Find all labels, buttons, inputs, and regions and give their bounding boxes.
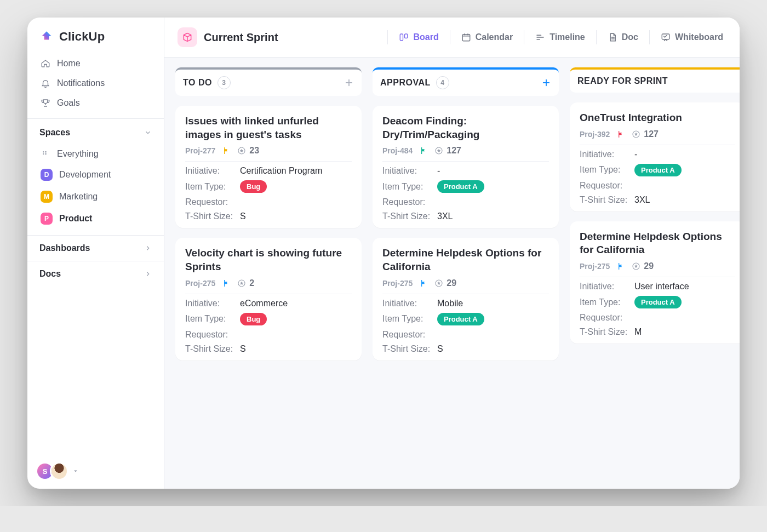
view-tab-calendar[interactable]: Calendar: [458, 28, 516, 47]
task-card[interactable]: Issues with linked unfurled images in gu…: [175, 106, 362, 228]
field-label: T-Shirt Size:: [382, 344, 437, 354]
nav-dashboards[interactable]: Dashboards: [27, 235, 164, 261]
field-label: Item Type:: [580, 298, 634, 307]
clickup-logo-icon: [39, 30, 54, 44]
column-header: APPROVAL4: [373, 67, 559, 96]
field-tshirt: S: [437, 344, 549, 354]
field-tshirt: S: [240, 344, 352, 354]
svg-point-0: [43, 151, 44, 152]
card-fields: Initiative:MobileItem Type:Product ARequ…: [382, 299, 549, 354]
task-card[interactable]: Velocity chart is showing future Sprints…: [175, 238, 362, 360]
board-column-approval: APPROVAL4Deacom Finding: Dry/Trim/Packag…: [373, 67, 559, 479]
field-label: Initiative:: [185, 166, 240, 176]
space-color-chip: D: [41, 169, 53, 181]
card-title: Issues with linked unfurled images in gu…: [185, 115, 352, 141]
chevron-right-icon: [144, 270, 152, 278]
task-card[interactable]: Deacom Finding: Dry/Trim/PackagingProj-4…: [373, 106, 559, 228]
card-points: 23: [237, 146, 259, 156]
column-count: 4: [436, 76, 449, 89]
flag-icon: [419, 279, 428, 288]
item-type-pill: Product A: [437, 313, 484, 325]
spaces-heading[interactable]: Spaces: [27, 118, 164, 142]
trophy-icon: [41, 98, 50, 108]
spaces-list: Everything DDevelopmentMMarketingPProduc…: [27, 142, 164, 235]
card-meta: Proj-392127: [580, 129, 735, 139]
divider: [382, 161, 549, 162]
card-project-id: Proj-275: [382, 279, 413, 288]
field-label: T-Shirt Size:: [185, 211, 240, 221]
field-tshirt: M: [634, 327, 735, 337]
task-card[interactable]: Determine Helpdesk Options for Californi…: [570, 221, 740, 344]
card-points: 127: [632, 129, 659, 139]
caret-down-icon[interactable]: [72, 468, 79, 474]
card-title: Determine Helpdesk Options for Californi…: [382, 247, 549, 273]
card-points: 2: [237, 278, 254, 288]
view-tab-label: Board: [413, 32, 438, 42]
divider: [596, 30, 597, 44]
card-title: Velocity chart is showing future Sprints: [185, 247, 352, 273]
card-title: OneTrust Integration: [580, 111, 735, 125]
nav-goals[interactable]: Goals: [33, 93, 158, 113]
sidebar: ClickUp Home Notifications Goals Spaces: [27, 18, 164, 489]
space-color-chip: P: [41, 213, 53, 225]
view-tab-whiteboard[interactable]: Whiteboard: [657, 28, 726, 47]
flag-icon: [222, 146, 231, 155]
field-tshirt: S: [240, 211, 352, 221]
view-tabs: BoardCalendarTimelineDocWhiteboard: [387, 28, 726, 47]
card-meta: Proj-27529: [580, 261, 735, 271]
sidebar-space-development[interactable]: DDevelopment: [33, 164, 158, 186]
field-label: Requestor:: [185, 330, 240, 340]
task-card[interactable]: OneTrust IntegrationProj-392127Initiativ…: [570, 102, 740, 211]
divider: [387, 30, 388, 44]
card-fields: Initiative:Certification ProgramItem Typ…: [185, 166, 352, 221]
view-tab-board[interactable]: Board: [396, 28, 442, 47]
view-tab-doc[interactable]: Doc: [604, 28, 642, 47]
card-project-id: Proj-275: [580, 262, 610, 271]
card-meta: Proj-484127: [382, 146, 549, 156]
item-type-pill: Bug: [240, 313, 267, 325]
svg-point-1: [43, 153, 44, 155]
doc-icon: [608, 32, 617, 42]
sidebar-space-marketing[interactable]: MMarketing: [33, 186, 158, 208]
nav-primary: Home Notifications Goals: [27, 50, 164, 118]
user-avatar-initial[interactable]: S: [37, 464, 53, 479]
nav-docs-label: Docs: [39, 269, 61, 279]
card-points: 29: [434, 278, 456, 288]
add-card-button[interactable]: [344, 78, 354, 88]
board-column-todo: TO DO3Issues with linked unfurled images…: [175, 67, 362, 479]
view-tab-label: Doc: [622, 32, 638, 42]
sidebar-footer: S: [27, 454, 164, 489]
nav-home[interactable]: Home: [33, 54, 158, 73]
nav-notifications[interactable]: Notifications: [33, 73, 158, 93]
field-label: Initiative:: [382, 166, 437, 176]
space-chip: [178, 27, 197, 47]
field-initiative: User interface: [634, 282, 735, 291]
field-label: Initiative:: [185, 299, 240, 308]
board-area: TO DO3Issues with linked unfurled images…: [164, 58, 740, 489]
field-label: T-Shirt Size:: [185, 344, 240, 354]
task-card[interactable]: Determine Helpdesk Options for Californi…: [373, 238, 559, 360]
item-type-pill: Product A: [634, 296, 682, 308]
nav-docs[interactable]: Docs: [27, 261, 164, 287]
field-label: Initiative:: [580, 150, 634, 159]
column-count: 3: [217, 76, 231, 89]
card-fields: Initiative:User interfaceItem Type:Produ…: [580, 282, 735, 337]
add-card-button[interactable]: [541, 78, 551, 88]
app-window: ClickUp Home Notifications Goals Spaces: [27, 18, 740, 489]
breadcrumb: Current Sprint: [178, 27, 278, 47]
card-title: Determine Helpdesk Options for Californi…: [580, 230, 735, 257]
field-label: T-Shirt Size:: [382, 211, 437, 221]
field-label: Requestor:: [580, 181, 634, 191]
view-tab-label: Timeline: [550, 32, 585, 42]
flag-icon: [419, 146, 428, 155]
space-everything[interactable]: Everything: [33, 144, 158, 164]
divider: [185, 161, 352, 162]
view-tab-timeline[interactable]: Timeline: [532, 28, 588, 47]
card-fields: Initiative:-Item Type:Product ARequestor…: [382, 166, 549, 221]
sidebar-space-product[interactable]: PProduct: [33, 208, 158, 230]
field-initiative: Certification Program: [240, 166, 352, 176]
card-project-id: Proj-275: [185, 279, 215, 288]
main-area: Current Sprint BoardCalendarTimelineDocW…: [164, 18, 740, 489]
user-avatar-photo[interactable]: [51, 464, 67, 479]
board-icon: [399, 32, 409, 42]
